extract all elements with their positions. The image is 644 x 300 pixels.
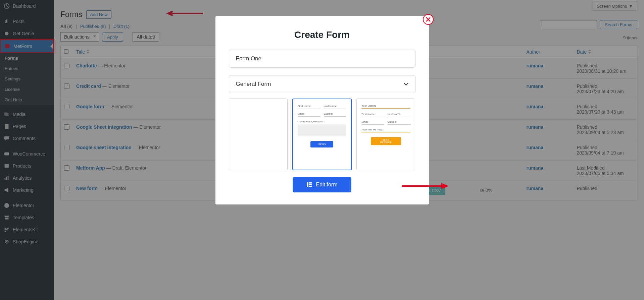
svg-rect-18 <box>309 182 312 184</box>
modal-title: Create Form <box>229 29 415 40</box>
arrow-annotation-2 <box>402 182 449 190</box>
svg-rect-17 <box>307 182 308 187</box>
create-form-modal: Create Form General Form First Name Last… <box>215 16 429 204</box>
template-blank[interactable] <box>229 99 288 170</box>
chevron-down-icon <box>404 81 408 87</box>
form-type-select[interactable]: General Form <box>229 75 415 93</box>
elementor-icon <box>306 182 312 188</box>
edit-form-button[interactable]: Edit form <box>293 177 351 192</box>
close-button[interactable] <box>423 14 434 25</box>
svg-rect-20 <box>309 186 312 187</box>
form-name-input[interactable] <box>229 50 415 68</box>
svg-rect-19 <box>309 184 312 185</box>
template-general[interactable]: First Name Last Name Email Subject Comme… <box>292 99 352 170</box>
modal-overlay[interactable]: Create Form General Form First Name Last… <box>0 0 644 300</box>
close-icon <box>426 17 431 22</box>
template-orange[interactable]: Your Details First Name Last Name Email … <box>356 99 415 170</box>
